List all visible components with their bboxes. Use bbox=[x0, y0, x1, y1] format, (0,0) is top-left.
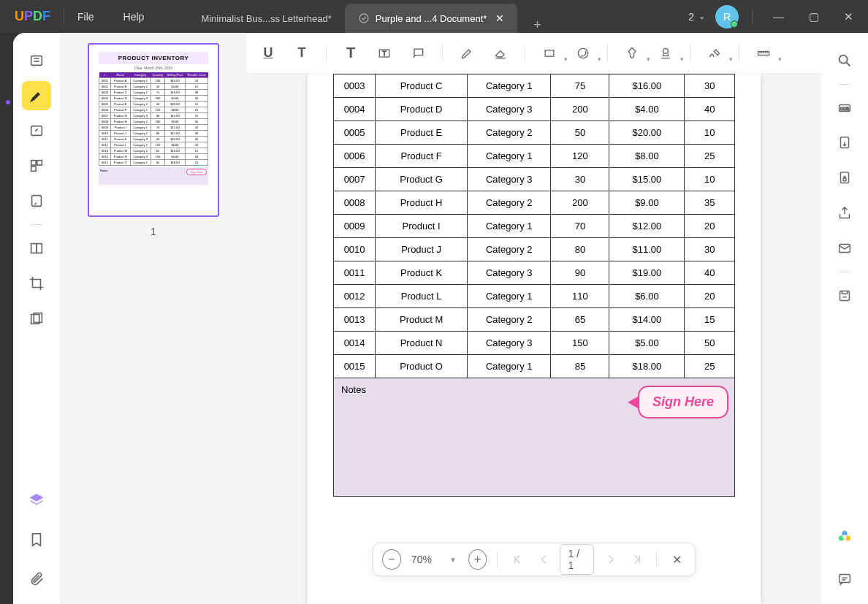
zoom-in-button[interactable]: + bbox=[468, 549, 487, 570]
thumbnail-panel: PRODUCT INVENTORY Date: March 25th, 2024… bbox=[60, 33, 247, 604]
left-rail bbox=[13, 33, 60, 604]
callout-tool[interactable] bbox=[404, 39, 432, 67]
close-icon[interactable]: ✕ bbox=[495, 12, 504, 24]
ocr-button[interactable]: OCR bbox=[830, 93, 859, 123]
svg-point-16 bbox=[663, 48, 669, 53]
first-page-button[interactable] bbox=[508, 549, 527, 570]
measure-tool[interactable] bbox=[750, 39, 777, 67]
pencil-tool[interactable] bbox=[453, 39, 481, 67]
tab-minimalist[interactable]: Minimalist Bus...ss Letterhead* bbox=[188, 4, 344, 33]
convert-button[interactable] bbox=[830, 129, 859, 158]
tab-purple[interactable]: Purple and ...4 Document* ✕ bbox=[345, 4, 517, 33]
highlight-tool[interactable] bbox=[22, 81, 51, 110]
separator bbox=[739, 45, 739, 62]
shape-tool[interactable] bbox=[536, 39, 563, 67]
prev-page-button[interactable] bbox=[534, 549, 553, 570]
svg-text:OCR: OCR bbox=[840, 107, 849, 111]
thumb-sign-here: Sign Here bbox=[186, 169, 207, 175]
svg-rect-8 bbox=[37, 244, 42, 253]
signature-tool[interactable] bbox=[701, 39, 728, 67]
svg-rect-24 bbox=[840, 245, 850, 253]
table-row: 0008Product HCategory 2200$9.0035 bbox=[334, 191, 735, 215]
svg-text:T: T bbox=[382, 50, 386, 57]
notes-box: Notes Sign Here bbox=[333, 378, 735, 497]
ai-button[interactable] bbox=[830, 522, 859, 551]
text-tool[interactable]: T bbox=[337, 39, 365, 67]
table-row: 0010Product JCategory 280$11.0030 bbox=[334, 238, 735, 261]
divider bbox=[64, 9, 64, 24]
comment-button[interactable] bbox=[830, 565, 859, 594]
zoom-chevron-icon[interactable]: ▼ bbox=[449, 556, 457, 564]
menu-help[interactable]: Help bbox=[123, 11, 145, 23]
text-style-tool[interactable]: T bbox=[288, 39, 316, 67]
table-row: 0014Product NCategory 3150$5.0050 bbox=[334, 332, 735, 355]
svg-point-18 bbox=[840, 56, 848, 64]
stamp-tool[interactable] bbox=[652, 39, 679, 67]
svg-point-29 bbox=[842, 535, 847, 539]
minimize-button[interactable]: — bbox=[766, 6, 791, 27]
avatar[interactable]: R bbox=[715, 5, 739, 28]
svg-point-15 bbox=[578, 48, 587, 58]
table-row: 0011Product KCategory 390$19.0040 bbox=[334, 261, 735, 285]
svg-rect-5 bbox=[31, 167, 36, 171]
svg-rect-6 bbox=[32, 196, 42, 207]
share-button[interactable] bbox=[830, 199, 859, 228]
eraser-tool[interactable] bbox=[487, 39, 514, 67]
sign-here-stamp[interactable]: Sign Here bbox=[638, 386, 728, 418]
compare-tool[interactable] bbox=[22, 234, 51, 263]
attachment-button[interactable] bbox=[22, 565, 51, 594]
organize-tool[interactable] bbox=[22, 151, 51, 180]
close-bar-button[interactable]: ✕ bbox=[667, 549, 686, 570]
svg-rect-1 bbox=[31, 56, 42, 66]
zoom-out-button[interactable]: − bbox=[382, 549, 401, 570]
search-button[interactable] bbox=[830, 46, 859, 75]
svg-rect-30 bbox=[840, 575, 850, 583]
page-thumbnail[interactable]: PRODUCT INVENTORY Date: March 25th, 2024… bbox=[88, 43, 219, 217]
form-tool[interactable] bbox=[22, 186, 51, 215]
page-indicator[interactable]: 1 / 1 bbox=[560, 544, 594, 575]
table-row: 0004Product DCategory 3200$4.0040 bbox=[334, 98, 735, 121]
pdf-page: 0003Product CCategory 175$16.00300004Pro… bbox=[308, 74, 761, 604]
separator bbox=[656, 551, 657, 567]
svg-rect-7 bbox=[31, 244, 37, 253]
protect-button[interactable] bbox=[830, 164, 859, 193]
edit-tool[interactable] bbox=[22, 116, 51, 145]
toolbar: U T T T bbox=[247, 33, 821, 74]
redact-tool[interactable] bbox=[22, 304, 51, 333]
bookmark-button[interactable] bbox=[22, 525, 51, 554]
notes-label: Notes bbox=[341, 384, 366, 395]
table-row: 0007Product GCategory 330$15.0010 bbox=[334, 168, 735, 191]
separator bbox=[525, 45, 525, 62]
underline-tool[interactable]: U bbox=[254, 39, 282, 67]
close-button[interactable]: ✕ bbox=[837, 6, 861, 28]
next-page-button[interactable] bbox=[601, 549, 620, 570]
svg-point-0 bbox=[359, 14, 368, 23]
bottom-bar: − 70% ▼ + 1 / 1 ✕ bbox=[373, 543, 696, 576]
last-page-button[interactable] bbox=[628, 549, 647, 570]
sticker-tool[interactable] bbox=[569, 39, 597, 67]
separator bbox=[442, 45, 443, 62]
save-button[interactable] bbox=[830, 281, 859, 310]
tab-label: Minimalist Bus...ss Letterhead* bbox=[201, 13, 331, 24]
document-view[interactable]: 0003Product CCategory 175$16.00300004Pro… bbox=[247, 74, 821, 604]
separator bbox=[839, 272, 850, 272]
crop-tool[interactable] bbox=[22, 269, 51, 298]
table-row: 0015Product OCategory 185$18.0025 bbox=[334, 355, 735, 378]
titlebar: UPDF File Help Minimalist Bus...ss Lette… bbox=[0, 0, 868, 33]
new-tab-button[interactable]: + bbox=[526, 18, 549, 33]
reader-tool[interactable] bbox=[22, 46, 51, 75]
table-row: 0005Product ECategory 250$20.0010 bbox=[334, 121, 735, 145]
email-button[interactable] bbox=[830, 234, 859, 263]
separator bbox=[498, 551, 498, 567]
svg-rect-4 bbox=[37, 161, 42, 165]
document-icon bbox=[358, 12, 370, 24]
svg-rect-25 bbox=[840, 291, 850, 301]
textbox-tool[interactable]: T bbox=[370, 39, 398, 67]
maximize-button[interactable]: ▢ bbox=[802, 6, 826, 28]
layers-button[interactable] bbox=[22, 486, 51, 515]
pin-tool[interactable] bbox=[618, 39, 646, 67]
menu-file[interactable]: File bbox=[77, 11, 94, 23]
notification-count[interactable]: 2 ⌄ bbox=[688, 11, 705, 23]
separator bbox=[607, 45, 608, 62]
indicator-dot bbox=[6, 100, 10, 104]
